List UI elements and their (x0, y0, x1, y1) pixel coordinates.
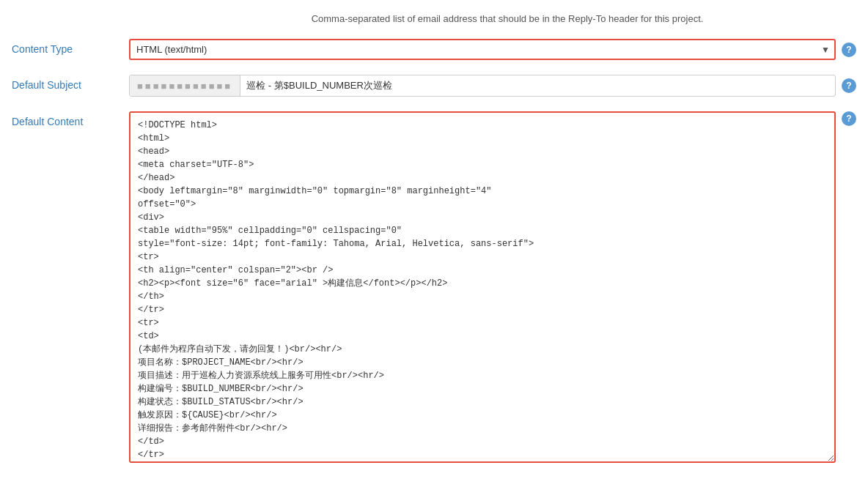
default-content-control: ? (129, 111, 856, 463)
content-type-label: Content Type (12, 39, 129, 55)
content-type-select[interactable]: HTML (text/html) Plain Text (text/plain) (129, 39, 836, 60)
subject-suffix-text: 巡检 - 第$BUILD_NUMBER次巡检 (240, 75, 835, 96)
content-type-select-wrapper: HTML (text/html) Plain Text (text/plain)… (129, 39, 836, 60)
default-content-label: Default Content (12, 111, 129, 127)
subject-prefix-blurred: ■■■■■■■■■■■■ (130, 75, 240, 96)
default-subject-row: Default Subject ■■■■■■■■■■■■ 巡检 - 第$BUIL… (0, 69, 868, 103)
default-content-row: Default Content ? (0, 105, 868, 469)
hint-text: Comma-separated list of email address th… (147, 7, 868, 33)
content-type-control: HTML (text/html) Plain Text (text/plain)… (129, 39, 856, 60)
default-subject-label: Default Subject (12, 75, 129, 91)
default-content-textarea[interactable] (129, 111, 836, 463)
default-subject-help-icon[interactable]: ? (842, 78, 856, 93)
default-content-help-icon[interactable]: ? (842, 111, 856, 126)
default-subject-control: ■■■■■■■■■■■■ 巡检 - 第$BUILD_NUMBER次巡检 ? (129, 75, 856, 97)
content-type-help-icon[interactable]: ? (842, 42, 856, 57)
default-subject-input-wrapper: ■■■■■■■■■■■■ 巡检 - 第$BUILD_NUMBER次巡检 (129, 75, 836, 97)
footer-text: @51CTO博客 (0, 472, 868, 479)
content-type-row: Content Type HTML (text/html) Plain Text… (0, 33, 868, 66)
